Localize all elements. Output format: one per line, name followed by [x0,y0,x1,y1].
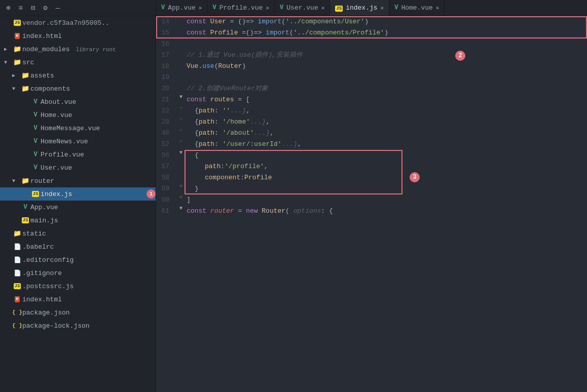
tab-profile-vue[interactable]: V Profile.vue ✕ [207,0,275,16]
js-file-icon: JS [30,191,41,197]
tree-item-homenews-vue[interactable]: V HomeNews.vue [0,135,156,148]
arrow-icon: ▼ [12,86,20,92]
tree-item-src[interactable]: ▼ 📁 src [0,56,156,69]
tab-close-button[interactable]: ✕ [199,5,202,11]
minimize-icon[interactable]: — [54,3,62,13]
tree-item-editorconfig[interactable]: 📄 .editorconfig [0,253,156,266]
line-content: {path: '/user/:userId'...}, [185,139,587,150]
line-number: 59 [156,183,177,194]
tree-label: router [30,177,156,185]
tree-item-profile-vue[interactable]: V Profile.vue [0,148,156,161]
vue-file-icon: V [30,111,41,119]
tree-item-postcssrc[interactable]: JS .postcssrc.js [0,280,156,293]
tree-label: package-lock.json [22,322,156,330]
code-line-60: 60 ○ ] [156,194,587,206]
tree-item-main-js[interactable]: JS main.js [0,214,156,227]
tab-home-vue[interactable]: V Home.vue ✕ [389,0,445,16]
badge-2: 2 [455,51,465,61]
arrow-icon: ▼ [4,60,12,65]
tree-item-babelrc[interactable]: 📄 .babelrc [0,240,156,253]
vue-tab-icon: V [394,4,398,11]
vue-file-icon: V [30,138,41,145]
fold-gutter: ▼ [177,94,185,100]
tab-label: User.vue [286,4,318,12]
tree-label: User.vue [41,164,156,172]
tab-bar: V App.vue ✕ V Profile.vue ✕ V User.vue ✕… [156,0,587,16]
list-icon[interactable]: ≡ [16,3,24,13]
line-content: Vue.use(Router) [185,61,587,72]
tree-item-package-lock-json[interactable]: { } package-lock.json [0,319,156,332]
folder-icon: 📁 [20,177,30,185]
fold-gutter[interactable]: + [177,128,185,133]
tree-item-assets[interactable]: ▶ 📁 assets [0,69,156,82]
line-number: 60 [156,194,177,206]
line-number: 18 [156,61,177,72]
tree-item-node-modules[interactable]: ▶ 📁 node_modules library root [0,43,156,56]
tree-item-gitignore[interactable]: 📄 .gitignore [0,266,156,280]
tree-label: node_modules library root [22,46,156,53]
json-file-icon: { } [12,323,22,329]
folder-icon: 📁 [20,71,30,80]
tree-item-index-js[interactable]: JS index.js 1 [0,187,156,201]
code-line-52: 52 + {path: '/user/:userId'...}, [156,139,587,150]
line-number: 56 [156,150,177,161]
tree-label: About.vue [41,98,156,106]
tree-item-vendor[interactable]: JS vendor.c5f3aa7n95005.. [0,16,156,29]
json-file-icon: { } [12,309,22,316]
tree-item-router[interactable]: ▼ 📁 router [0,174,156,187]
file-icon: 📄 [12,256,22,264]
code-line-28: 28 + {path: '/home'...}, [156,116,587,128]
tree-item-index-html-top[interactable]: H index.html [0,29,156,43]
tab-app-vue[interactable]: V App.vue ✕ [156,0,207,16]
tree-item-home-vue[interactable]: V Home.vue [0,108,156,122]
fold-gutter[interactable]: + [177,139,185,144]
tree-item-components[interactable]: ▼ 📁 components [0,82,156,95]
line-content: } [185,183,587,194]
tree-label: .gitignore [22,269,156,277]
sidebar: ⊕ ≡ ⊟ ⚙ — JS vendor.c5f3aa7n95005.. H in… [0,0,156,392]
arrow-icon: ▶ [12,72,20,79]
tab-close-button[interactable]: ✕ [321,5,325,11]
line-number: 48 [156,128,177,139]
code-line-14: 14 const User = ()=> import('../componen… [156,16,587,27]
add-icon[interactable]: ⊕ [4,3,12,13]
code-line-17: 17 // 1.通过 Vue.use(插件),安装插件 [156,50,587,61]
tree-label: index.html [22,32,156,40]
tree-item-static[interactable]: 📁 static [0,227,156,240]
arrow-icon: ▶ [4,46,12,52]
fold-gutter[interactable]: + [177,105,185,111]
tree-label: .editorconfig [22,256,156,264]
line-content: // 2.创建VueRouter对象 [185,83,587,94]
vue-tab-icon: V [212,4,216,11]
vue-file-icon: V [30,151,41,158]
code-editor[interactable]: 2 3 14 const User = ()=> import('../comp… [156,16,587,392]
tree-item-package-json[interactable]: { } package.json [0,306,156,319]
settings-icon[interactable]: ⚙ [41,3,49,13]
tree-label: .babelrc [22,243,156,251]
line-content: {path: '/about'...}, [185,128,587,139]
code-line-58: 58 component:Profile [156,172,587,183]
tree-label: main.js [30,217,156,224]
tree-item-homemessage-vue[interactable]: V HomeMessage.vue [0,122,156,135]
collapse-icon[interactable]: ⊟ [29,3,37,13]
tab-close-button[interactable]: ✕ [381,5,384,11]
tab-index-js[interactable]: JS index.js ✕ [330,0,389,16]
tab-close-button[interactable]: ✕ [436,5,439,11]
tree-item-app-vue[interactable]: V App.vue [0,201,156,214]
line-content: { [185,150,587,161]
file-icon: 📄 [12,269,22,277]
line-content: const routes = [ [185,94,587,105]
code-line-59: 59 ○ } [156,183,587,194]
tab-close-button[interactable]: ✕ [266,5,269,11]
line-content: {path: ''...}, [185,105,587,116]
tab-label: Home.vue [401,4,432,12]
fold-gutter[interactable]: + [177,116,185,122]
tree-label: index.html [22,296,156,303]
tree-item-about-vue[interactable]: V About.vue [0,95,156,108]
tree-item-user-vue[interactable]: V User.vue [0,161,156,174]
tab-user-vue[interactable]: V User.vue ✕ [275,0,330,16]
fold-gutter: ▼ [177,206,185,211]
tree-label: HomeNews.vue [41,138,156,145]
tree-item-index-html-bottom[interactable]: H index.html [0,293,156,306]
tab-label: App.vue [168,4,196,12]
